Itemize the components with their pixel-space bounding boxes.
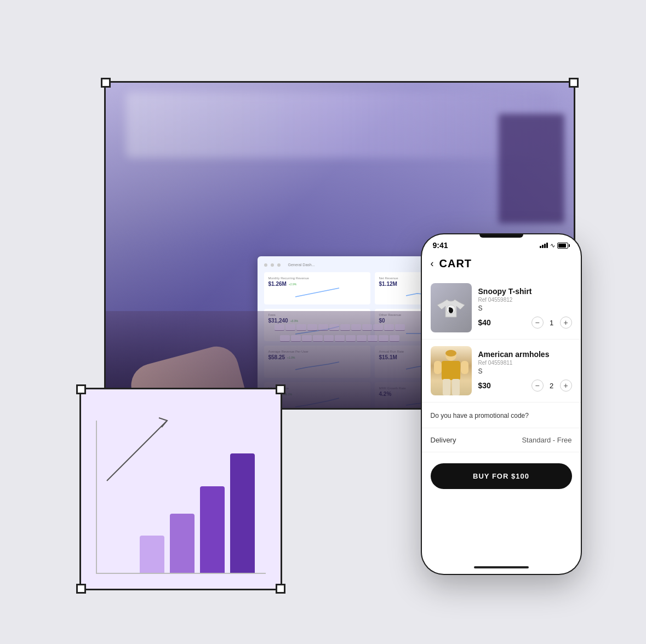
delivery-label: Delivery <box>431 436 456 444</box>
promo-section[interactable]: Do you have a promotional code? <box>422 403 581 428</box>
cart-item-1: Snoopy T-shirt Ref 04559812 S $40 − 1 + <box>422 277 581 340</box>
qty-value-snoopy: 1 <box>548 319 556 327</box>
item-image-snoopy <box>431 283 472 332</box>
item-price-snoopy: $40 <box>478 318 491 327</box>
metric-mrr-value: $1.26M <box>268 281 287 287</box>
metric-mrr-change: +2.9% <box>289 283 296 286</box>
back-button[interactable]: ‹ <box>431 258 434 269</box>
phone: 9:41 ∿ ‹ CA <box>422 234 581 574</box>
item-size-snoopy: S <box>478 304 572 312</box>
delivery-row: Delivery Standard - Free <box>422 428 581 452</box>
phone-time: 9:41 <box>433 241 448 250</box>
home-bar <box>474 566 529 568</box>
svg-rect-6 <box>442 361 460 380</box>
chart-card <box>79 388 282 590</box>
chart-bar-2 <box>170 514 195 574</box>
metric-mrr-label: Monthly Recurring Revenue <box>268 277 366 280</box>
svg-rect-10 <box>452 379 460 395</box>
quantity-control-snoopy: − 1 + <box>531 317 572 329</box>
qty-value-armholes: 2 <box>548 382 556 390</box>
woman-yellow-visual <box>431 346 472 395</box>
item-size-armholes: S <box>478 367 572 375</box>
item-price-row-armholes: $30 − 2 + <box>478 380 572 392</box>
svg-line-0 <box>107 421 167 481</box>
signal-icon <box>540 243 548 248</box>
metric-mrr: Monthly Recurring Revenue $1.26M +2.9% <box>264 272 370 304</box>
svg-rect-7 <box>434 361 442 374</box>
item-ref-snoopy: Ref 04559812 <box>478 297 572 303</box>
qty-decrease-snoopy[interactable]: − <box>531 317 544 329</box>
scene: General Dash... Monthly Recurring Revenu… <box>49 48 597 596</box>
item-price-row-snoopy: $40 − 1 + <box>478 317 572 329</box>
svg-point-3 <box>449 307 451 309</box>
qty-increase-armholes[interactable]: + <box>560 380 572 392</box>
wifi-icon: ∿ <box>550 242 555 249</box>
phone-status-icons: ∿ <box>540 242 570 249</box>
chart-bar-1 <box>140 536 164 574</box>
phone-content: ‹ CART <box>422 253 581 561</box>
cart-title: CART <box>439 257 472 270</box>
battery-icon <box>557 243 570 249</box>
buy-button[interactable]: BUY FOR $100 <box>431 463 572 489</box>
snoopy-tshirt-visual <box>431 283 472 332</box>
chart-bar-4 <box>230 453 255 574</box>
cart-item-2: American armholes Ref 04559811 S $30 − 2… <box>422 340 581 403</box>
item-name-armholes: American armholes <box>478 350 572 359</box>
svg-rect-9 <box>443 379 450 395</box>
item-details-snoopy: Snoopy T-shirt Ref 04559812 S $40 − 1 + <box>478 287 572 329</box>
qty-decrease-armholes[interactable]: − <box>531 380 544 392</box>
cart-header: ‹ CART <box>422 253 581 277</box>
item-details-armholes: American armholes Ref 04559811 S $30 − 2… <box>478 350 572 392</box>
qty-increase-snoopy[interactable]: + <box>560 317 572 329</box>
item-ref-armholes: Ref 04559811 <box>478 360 572 366</box>
chart-bar-3 <box>200 486 225 574</box>
delivery-value: Standard - Free <box>522 436 571 444</box>
svg-point-5 <box>445 350 456 357</box>
item-image-armholes <box>431 346 472 395</box>
promo-text: Do you have a promotional code? <box>431 412 529 419</box>
phone-notch <box>479 234 523 238</box>
item-name-snoopy: Snoopy T-shirt <box>478 287 572 296</box>
chart-baseline <box>96 573 266 574</box>
phone-home-indicator <box>422 561 581 574</box>
item-price-armholes: $30 <box>478 381 491 390</box>
svg-rect-8 <box>461 361 468 374</box>
chart-left-axis <box>96 421 97 574</box>
quantity-control-armholes: − 2 + <box>531 380 572 392</box>
chart-trend-arrow <box>101 410 178 486</box>
